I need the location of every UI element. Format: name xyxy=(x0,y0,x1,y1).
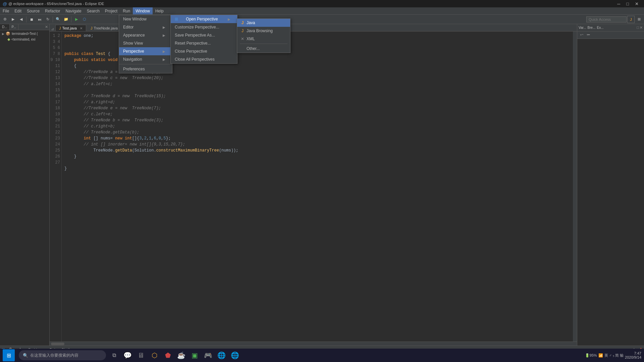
show-view-label: Show View xyxy=(123,41,143,46)
taskbar-app-3[interactable]: ⬡ xyxy=(148,349,160,361)
menu-appearance[interactable]: Appearance ▶ xyxy=(119,31,172,39)
right-panel-tabs: Var... Bre... Ex... □ ✕ xyxy=(577,24,644,32)
open-perspective-item[interactable]: ⊞ Open Perspective ▶ xyxy=(171,15,237,23)
menu-window[interactable]: Window xyxy=(133,7,153,14)
toolbar-run[interactable]: ▶ xyxy=(73,16,80,23)
taskbar-search[interactable]: 🔍 在这里输入你要搜索的内容 xyxy=(19,350,106,360)
java-file-icon: J xyxy=(59,26,61,30)
taskbar-ime[interactable]: 英 ♂ ₅ 简 输 xyxy=(604,353,624,358)
menu-refactor[interactable]: Refactor xyxy=(42,7,63,14)
java-browsing-item[interactable]: J Java Browsing xyxy=(237,27,290,35)
persp-separator xyxy=(240,44,287,44)
maximize-btn[interactable]: □ xyxy=(624,1,632,6)
toolbar-debug[interactable]: ⬡ xyxy=(81,16,88,23)
toolbar-btn-1[interactable]: ⚙ xyxy=(1,16,9,23)
close-perspective-item[interactable]: Close Perspective xyxy=(171,47,237,55)
taskbar-app-6[interactable]: ▣ xyxy=(189,349,201,361)
customize-perspective-label: Customize Perspective... xyxy=(175,25,219,29)
other-perspective-item[interactable]: Other... xyxy=(237,45,290,53)
right-tab-var[interactable]: Var... xyxy=(579,26,586,29)
tab-close[interactable]: ✕ xyxy=(80,26,83,30)
taskbar-app-8[interactable]: 🌐 xyxy=(215,349,227,361)
menu-search[interactable]: Search xyxy=(84,7,102,14)
right-panel-icons: □ ✕ xyxy=(637,25,643,30)
right-btn-1[interactable]: ⬿ xyxy=(579,32,585,38)
editor-submenu-arrow: ▶ xyxy=(163,25,165,29)
taskbar: ⊞ 🔍 在这里输入你要搜索的内容 ⧉ 💬 🖥 ⬡ ⬟ ☕ ▣ 🎮 🌐 🌐 🔋95… xyxy=(0,349,644,362)
java-perspective-item[interactable]: J Java xyxy=(237,19,290,27)
menu-show-view[interactable]: Show View xyxy=(119,39,172,47)
toolbar-btn-5[interactable]: ⏭ xyxy=(36,16,43,23)
taskbar-app-1[interactable]: 💬 xyxy=(121,349,133,361)
taskbar-app-7[interactable]: 🎮 xyxy=(202,349,214,361)
right-btn-2[interactable]: ⬾ xyxy=(585,32,591,38)
expand-arrow: ▶ xyxy=(2,32,4,36)
reset-perspective-label: Reset Perspective... xyxy=(175,41,211,46)
left-tab-d[interactable]: D... xyxy=(0,24,10,30)
new-window-label: New Window xyxy=(123,17,147,21)
xml-perspective-item[interactable]: ✕ XML xyxy=(237,35,290,43)
start-button[interactable]: ⊞ xyxy=(3,349,15,361)
right-toolbar: ⬿ ⬾ xyxy=(577,32,644,39)
menu-new-window[interactable]: New Window xyxy=(119,15,172,23)
menu-file[interactable]: File xyxy=(0,7,12,14)
menu-perspective[interactable]: Perspective ▶ xyxy=(119,47,172,55)
right-tab-ex[interactable]: Ex... xyxy=(597,26,604,29)
reset-perspective-item[interactable]: Reset Perspective... xyxy=(171,39,237,47)
vertical-scrollbar[interactable] xyxy=(573,32,577,342)
minimize-btn[interactable]: ─ xyxy=(614,1,623,6)
xml-icon: ✕ xyxy=(240,36,245,42)
quick-access-input[interactable] xyxy=(586,16,627,22)
left-tab-p[interactable]: P... xyxy=(10,24,19,30)
menu-edit[interactable]: Edit xyxy=(12,7,24,14)
taskbar-app-2[interactable]: 🖥 xyxy=(135,349,147,361)
toolbar-btn-2[interactable]: ▶ xyxy=(9,16,17,23)
taskbar-app-9[interactable]: 🌐 xyxy=(229,349,241,361)
tree-label: terminated>Test ( xyxy=(12,32,38,36)
menu-project[interactable]: Project xyxy=(102,7,120,14)
menu-navigate[interactable]: Navigate xyxy=(63,7,84,14)
editor-bottom-scrollbar[interactable] xyxy=(50,342,577,346)
close-panel-icon[interactable]: ✕ xyxy=(640,25,643,30)
menu-preferences[interactable]: Preferences xyxy=(119,65,172,73)
right-panel: Var... Bre... Ex... □ ✕ ⬿ ⬾ xyxy=(577,24,644,346)
menu-run[interactable]: Run xyxy=(120,7,133,14)
menu-editor[interactable]: Editor ▶ xyxy=(119,23,172,31)
close-perspective-label: Close Perspective xyxy=(175,49,207,54)
customize-perspective-item[interactable]: Customize Perspective... xyxy=(171,23,237,31)
app-1-icon: 💬 xyxy=(123,351,132,359)
tree-item-root[interactable]: ▶ 📦 terminated>Test ( xyxy=(1,31,49,37)
menu-source[interactable]: Source xyxy=(24,7,42,14)
close-all-perspectives-item[interactable]: Close All Perspectives xyxy=(171,55,237,63)
java-icon: J xyxy=(240,20,245,25)
left-close-btn[interactable]: ✕ xyxy=(44,24,49,30)
tree-item-exit[interactable]: ◆ <terminated, exi xyxy=(1,37,49,42)
menu-separator xyxy=(119,64,172,64)
menu-help[interactable]: Help xyxy=(153,7,166,14)
toolbar-btn-7[interactable]: 🔍 xyxy=(54,16,62,23)
taskbar-time: 7:47 2020/9/14 xyxy=(625,351,641,359)
toolbar-btn-8[interactable]: 📁 xyxy=(62,16,70,23)
editor-tab-test[interactable]: JTest.java ✕ xyxy=(55,25,86,31)
close-btn[interactable]: ✕ xyxy=(632,1,641,6)
app-6-icon: ▣ xyxy=(192,351,198,359)
toolbar-sep-2 xyxy=(53,16,53,22)
toolbar-btn-6[interactable]: ↻ xyxy=(44,16,51,23)
toolbar-btn-3[interactable]: ◀ xyxy=(17,16,25,23)
taskbar-app-4[interactable]: ⬟ xyxy=(162,349,174,361)
menu-navigation[interactable]: Navigation ▶ xyxy=(119,55,172,63)
code-content[interactable]: package one; public class Test { public … xyxy=(62,32,573,342)
minimize-panel-icon[interactable]: □ xyxy=(637,25,639,30)
toolbar-btn-4[interactable]: ⏹ xyxy=(28,16,35,23)
other-label: Other... xyxy=(247,46,260,51)
right-tab-bre[interactable]: Bre... xyxy=(588,26,596,29)
save-perspective-item[interactable]: Save Perspective As... xyxy=(171,31,237,39)
tab-btn-collapse[interactable]: ⊿ xyxy=(50,27,55,31)
task-view-btn[interactable]: ⧉ xyxy=(108,349,120,361)
java-perspective-label: Java xyxy=(247,20,255,25)
save-perspective-label: Save Perspective As... xyxy=(175,33,215,38)
perspective-java[interactable]: J xyxy=(627,16,635,23)
navigation-label: Navigation xyxy=(123,57,142,62)
taskbar-app-5[interactable]: ☕ xyxy=(175,349,187,361)
perspective-switch[interactable]: ⊞ xyxy=(635,16,643,23)
